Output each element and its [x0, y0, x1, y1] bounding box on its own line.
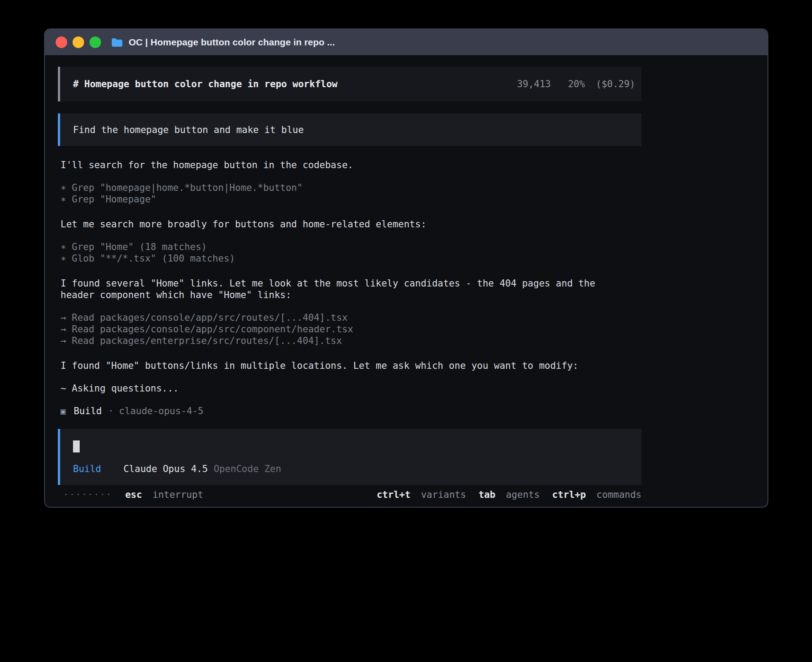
assistant-message: Let me search more broadly for buttons a…	[61, 218, 641, 230]
keybind-ctrl-p: ctrl+p commands	[552, 489, 641, 501]
agent-icon: ▣	[61, 405, 65, 417]
keybind-tab: tab agents	[479, 489, 540, 501]
tool-call-group: ∗ Grep "Home" (18 matches) ∗ Glob "**/*.…	[61, 241, 641, 264]
agent-status-line: ▣ Build · claude-opus-4-5	[61, 405, 641, 417]
tool-call-group: ∗ Grep "homepage|home.*button|Home.*butt…	[61, 182, 641, 205]
assistant-message: I found "Home" buttons/links in multiple…	[61, 360, 641, 371]
prompt-input[interactable]: Build Claude Opus 4.5 OpenCode Zen	[58, 429, 641, 485]
close-button[interactable]	[56, 36, 67, 48]
keybind-label: variants	[421, 489, 466, 500]
context-percent: 20%	[568, 79, 585, 89]
keybind-key: ctrl+p	[552, 489, 586, 500]
input-cursor	[73, 440, 80, 452]
token-count: 39,413	[517, 79, 551, 89]
keybind-key: ctrl+t	[377, 489, 410, 500]
agent-name: Build	[73, 405, 102, 417]
tool-call-read: → Read packages/enterprise/src/routes/[.…	[61, 335, 641, 347]
terminal-content: # Homepage button color change in repo w…	[58, 67, 641, 501]
input-meta: Build Claude Opus 4.5 OpenCode Zen	[73, 463, 629, 475]
keybind-label: commands	[597, 489, 641, 500]
terminal-window: OC | Homepage button color change in rep…	[44, 28, 768, 508]
tool-call-glob: ∗ Glob "**/*.tsx" (100 matches)	[61, 253, 641, 264]
session-header: # Homepage button color change in repo w…	[58, 67, 641, 101]
input-mode-label: Build	[73, 463, 101, 475]
tool-call-grep: ∗ Grep "homepage|home.*button|Home.*butt…	[61, 182, 641, 194]
keybind-esc: esc interrupt	[125, 489, 203, 501]
tool-call-read: → Read packages/console/app/src/routes/[…	[61, 312, 641, 323]
session-stats: 39,413 20% ($0.29)	[517, 78, 635, 90]
input-model-label: Claude Opus 4.5	[123, 463, 208, 475]
tool-call-grep: ∗ Grep "Home" (18 matches)	[61, 241, 641, 253]
title-group: OC | Homepage button color change in rep…	[111, 37, 335, 48]
status-asking: ~ Asking questions...	[61, 383, 641, 394]
keybind-key: tab	[479, 489, 495, 500]
tool-call-grep: ∗ Grep "Homepage"	[61, 194, 641, 205]
user-message-text: Find the homepage button and make it blu…	[73, 125, 304, 135]
status-footer: ········ esc interrupt ctrl+t variants t…	[58, 489, 641, 501]
window-titlebar[interactable]: OC | Homepage button color change in rep…	[45, 29, 767, 55]
zoom-button[interactable]	[89, 36, 101, 48]
keybind-label: interrupt	[153, 489, 203, 500]
input-provider-label: OpenCode Zen	[214, 463, 281, 475]
assistant-message: I'll search for the homepage button in t…	[61, 159, 641, 171]
traffic-lights	[56, 36, 101, 48]
agent-model: claude-opus-4-5	[119, 405, 203, 417]
assistant-message: I found several "Home" links. Let me loo…	[61, 278, 615, 301]
minimize-button[interactable]	[73, 36, 84, 48]
spinner: ········	[63, 489, 112, 501]
window-title: OC | Homepage button color change in rep…	[129, 37, 335, 48]
keybind-key: esc	[125, 489, 142, 500]
session-cost: ($0.29)	[596, 79, 635, 89]
session-title: # Homepage button color change in repo w…	[73, 78, 337, 90]
keybind-ctrl-t: ctrl+t variants	[377, 489, 466, 501]
tool-call-read: → Read packages/console/app/src/componen…	[61, 323, 641, 335]
footer-right: ctrl+t variants tab agents ctrl+p comman…	[364, 489, 641, 501]
footer-left: ········ esc interrupt	[58, 489, 203, 501]
keybind-label: agents	[506, 489, 540, 500]
folder-icon	[111, 37, 123, 48]
tool-call-group: → Read packages/console/app/src/routes/[…	[61, 312, 641, 347]
user-message-block: Find the homepage button and make it blu…	[58, 113, 641, 146]
separator-dot: ·	[108, 405, 114, 417]
